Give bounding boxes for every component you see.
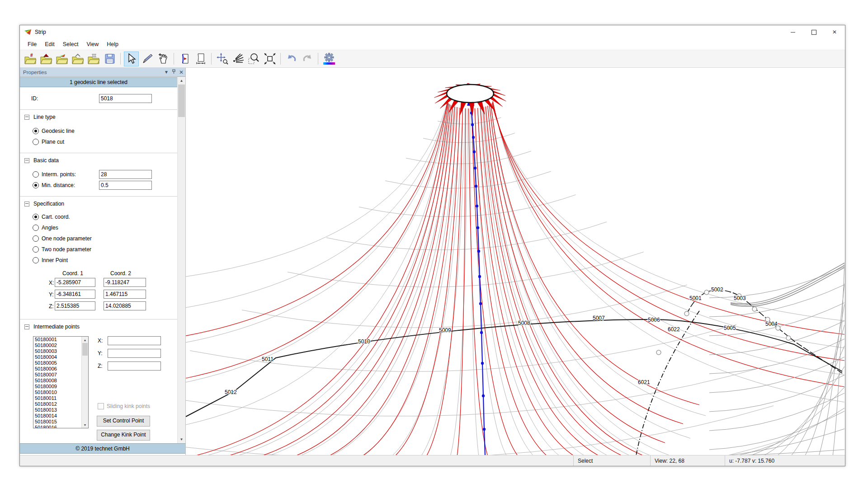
menu-file[interactable]: File	[24, 40, 41, 49]
line-id-label: 5003	[734, 295, 746, 301]
undo-button[interactable]	[284, 52, 299, 66]
pan-hand-button[interactable]	[156, 52, 170, 66]
list-item[interactable]: 50180006	[35, 366, 81, 372]
settings-gear-button[interactable]	[321, 52, 336, 66]
list-item[interactable]: 50180016	[35, 425, 81, 428]
radio-plane-cut[interactable]: Plane cut	[33, 138, 177, 145]
intermediate-points-header: Intermediate points	[33, 324, 80, 330]
radio-geodesic-line[interactable]: Geodesic line	[33, 127, 177, 135]
open-strip-folder-button[interactable]	[55, 52, 70, 66]
list-item[interactable]: 50180012	[35, 401, 81, 407]
membrane-model: 5012501150105009500850075006602250055004…	[186, 68, 844, 455]
z-coord2-field[interactable]	[104, 301, 146, 310]
collapse-intermediate-points-icon[interactable]	[24, 324, 29, 329]
panel-pin-icon[interactable]	[172, 69, 176, 75]
menu-view[interactable]: View	[82, 40, 103, 49]
radio-indicator	[33, 182, 39, 188]
coord2-header: Coord. 2	[110, 270, 131, 277]
move-zoom-button[interactable]	[215, 52, 230, 66]
open-triangle-folder-button[interactable]	[39, 52, 54, 66]
interm-points-field[interactable]	[99, 170, 152, 179]
open-rail-folder-button[interactable]	[86, 52, 101, 66]
radio-angles[interactable]: Angles	[33, 224, 177, 231]
title-bar[interactable]: Strip ✕	[20, 25, 845, 39]
line-id-label: 6021	[638, 379, 650, 385]
maximize-button[interactable]	[803, 25, 824, 39]
collapse-specification-icon[interactable]	[24, 202, 29, 206]
intermediate-points-list[interactable]: 5018000150180002501800035018000450180005…	[33, 336, 89, 428]
ip-x-field[interactable]	[108, 336, 161, 345]
menu-help[interactable]: Help	[103, 40, 123, 49]
draw-pencil-button[interactable]	[140, 52, 155, 66]
collapse-line-type-icon[interactable]	[24, 115, 29, 120]
menu-edit[interactable]: Edit	[41, 40, 59, 49]
line-id-label: 5010	[358, 338, 370, 345]
list-item[interactable]: 50180008	[35, 378, 81, 384]
change-kink-point-button[interactable]: Change Kink Point	[97, 430, 150, 441]
scroll-up-icon[interactable]: ▲	[178, 77, 185, 84]
scroll-down-icon[interactable]: ▼	[178, 436, 185, 443]
menu-select[interactable]: Select	[59, 40, 83, 49]
color-gradient-bar	[323, 62, 335, 65]
list-item[interactable]: 50180002	[35, 343, 81, 348]
list-item[interactable]: 50180015	[35, 419, 81, 425]
list-item[interactable]: 50180001	[35, 337, 81, 343]
surface-measure-button[interactable]	[193, 52, 208, 66]
radio-min-distance[interactable]: Min. distance:	[33, 182, 177, 189]
min-distance-field[interactable]	[99, 181, 152, 190]
x-coord1-field[interactable]	[55, 278, 95, 287]
minimize-button[interactable]	[783, 25, 803, 39]
close-button[interactable]: ✕	[824, 25, 845, 39]
app-window: Strip ✕ File Edit Select View Help #	[19, 25, 845, 466]
zoom-window-button[interactable]	[246, 52, 261, 66]
list-item[interactable]: 50180004	[35, 354, 81, 360]
id-field[interactable]	[99, 94, 152, 103]
select-tool-button[interactable]	[124, 52, 139, 66]
set-control-point-button[interactable]: Set Control Point	[97, 416, 150, 427]
panel-dropdown-icon[interactable]: ▼	[164, 70, 169, 75]
rays-button[interactable]	[231, 52, 245, 66]
save-button[interactable]	[102, 52, 117, 66]
ip-z-field[interactable]	[108, 361, 161, 371]
ip-y-field[interactable]	[108, 349, 161, 358]
panel-footer: © 2019 technet GmbH	[20, 443, 185, 454]
panel-close-icon[interactable]: ✕	[179, 70, 184, 75]
list-item[interactable]: 50180014	[35, 413, 81, 419]
collapse-basic-data-icon[interactable]	[24, 158, 29, 163]
open-caret-folder-button[interactable]	[71, 52, 85, 66]
panel-scrollbar[interactable]: ▲ ▼	[177, 77, 185, 443]
radio-interm-points[interactable]: Interm. points:	[33, 171, 177, 178]
list-item[interactable]: 50180009	[35, 384, 81, 389]
radio-cart-coord[interactable]: Cart. coord.	[33, 213, 177, 221]
surface-import-button[interactable]	[177, 52, 192, 66]
zoom-fit-button[interactable]	[262, 52, 277, 66]
radio-two-node-parameter[interactable]: Two node parameter	[33, 246, 177, 253]
radio-inner-point[interactable]: Inner Point	[33, 257, 177, 264]
window-title: Strip	[35, 29, 783, 35]
scroll-down-icon[interactable]: ▼	[82, 422, 88, 428]
list-item[interactable]: 50180003	[35, 348, 81, 354]
radio-one-node-parameter[interactable]: One node parameter	[33, 235, 177, 242]
list-item[interactable]: 50180013	[35, 407, 81, 413]
list-scrollbar[interactable]: ▲ ▼	[81, 337, 88, 428]
list-item[interactable]: 50180005	[35, 360, 81, 366]
z-coord1-field[interactable]	[55, 301, 95, 310]
y-coord1-field[interactable]	[55, 290, 95, 299]
basic-data-header: Basic data	[33, 157, 59, 164]
selection-header: 1 geodesic line selected	[20, 77, 177, 87]
list-item[interactable]: 50180011	[35, 395, 81, 401]
open-hash-folder-button[interactable]: #	[23, 52, 38, 66]
x-coord2-field[interactable]	[104, 278, 146, 287]
properties-panel-titlebar[interactable]: Properties ▼ ✕	[20, 68, 185, 77]
scroll-up-icon[interactable]: ▲	[82, 337, 88, 343]
redo-button[interactable]	[300, 52, 315, 66]
y-coord2-field[interactable]	[104, 290, 146, 299]
scroll-thumb[interactable]	[178, 84, 185, 117]
status-bar: Select View: 22, 68 u: -7.787 v: 15.760	[20, 455, 845, 466]
list-item[interactable]: 50180010	[35, 389, 81, 395]
scroll-thumb[interactable]	[82, 343, 88, 356]
model-viewport[interactable]: 5012501150105009500850075006602250055004…	[186, 68, 845, 455]
line-id-label: 5005	[724, 325, 736, 331]
line-id-label: 5002	[711, 286, 723, 293]
list-item[interactable]: 50180007	[35, 372, 81, 378]
